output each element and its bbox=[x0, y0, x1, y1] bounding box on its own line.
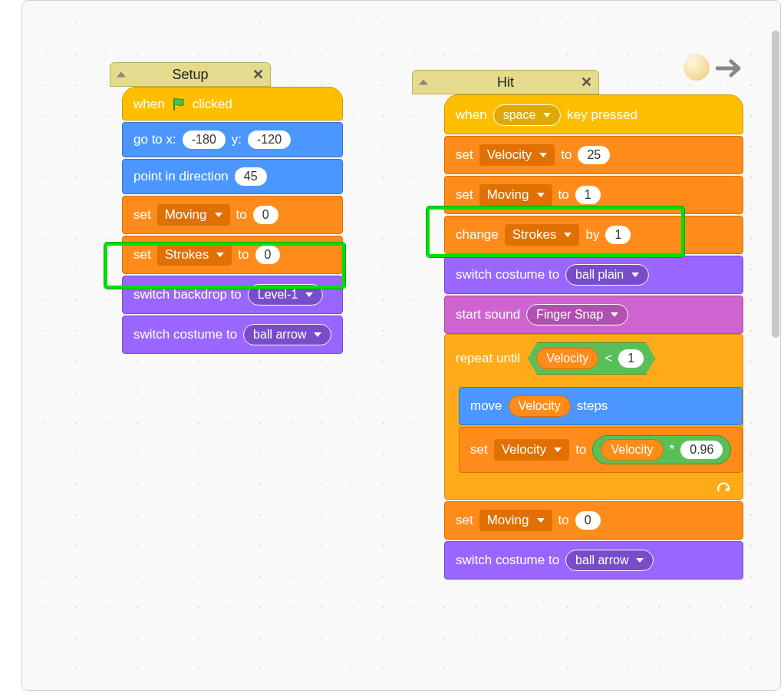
label: when bbox=[133, 97, 165, 112]
label: switch costume to bbox=[133, 327, 237, 342]
set-velocity-block[interactable]: set Velocity to 25 bbox=[444, 136, 743, 174]
sprite-thumbnail[interactable] bbox=[684, 55, 710, 81]
label: when bbox=[456, 107, 487, 123]
velocity-reporter[interactable]: Velocity bbox=[509, 395, 571, 417]
scrollbar[interactable] bbox=[772, 31, 779, 338]
green-flag-icon bbox=[171, 97, 186, 112]
switch-costume-block[interactable]: switch costume to ball arrow bbox=[122, 315, 343, 354]
label: steps bbox=[577, 398, 608, 414]
goto-xy-block[interactable]: go to x: -180 y: -120 bbox=[122, 122, 343, 157]
label: to bbox=[558, 513, 569, 528]
variable-dropdown[interactable]: Strokes bbox=[505, 224, 580, 246]
set-moving-block[interactable]: set Moving to 1 bbox=[444, 176, 743, 214]
comment-title: Hit bbox=[497, 74, 514, 91]
label: to bbox=[558, 187, 569, 203]
comment-collapse-icon[interactable] bbox=[419, 80, 428, 85]
switch-costume-block-2[interactable]: switch costume to ball arrow bbox=[444, 541, 743, 580]
x-input[interactable]: -180 bbox=[183, 130, 226, 149]
label: repeat until bbox=[456, 351, 520, 366]
label: set bbox=[133, 247, 151, 263]
label: to bbox=[561, 147, 572, 163]
loop-arrow-icon bbox=[716, 482, 732, 494]
label: by bbox=[585, 227, 599, 243]
when-flag-clicked-block[interactable]: when clicked bbox=[122, 87, 343, 121]
when-key-pressed-block[interactable]: when space key pressed bbox=[444, 94, 743, 134]
operator-symbol: < bbox=[604, 351, 612, 366]
label: move bbox=[470, 398, 502, 414]
sound-dropdown[interactable]: Finger Snap bbox=[526, 304, 628, 325]
comment-collapse-icon[interactable] bbox=[117, 72, 126, 78]
label: y: bbox=[232, 132, 242, 147]
variable-dropdown[interactable]: Velocity bbox=[494, 439, 570, 461]
label: key pressed bbox=[567, 107, 637, 123]
variable-dropdown[interactable]: Moving bbox=[157, 204, 230, 226]
repeat-until-block[interactable]: repeat until Velocity < 1 move Velocity … bbox=[444, 334, 743, 500]
label: to bbox=[575, 442, 586, 458]
label: switch backdrop to bbox=[133, 287, 242, 302]
label: to bbox=[236, 207, 247, 223]
comment-close-icon[interactable]: ✕ bbox=[581, 74, 592, 91]
comment-setup[interactable]: Setup ✕ bbox=[110, 62, 271, 87]
comment-close-icon[interactable]: ✕ bbox=[252, 66, 264, 83]
value-input[interactable]: 0 bbox=[255, 246, 281, 264]
key-dropdown[interactable]: space bbox=[493, 104, 562, 126]
label: go to x: bbox=[133, 132, 176, 147]
label: to bbox=[238, 247, 249, 263]
label: clicked bbox=[193, 97, 232, 112]
switch-costume-block[interactable]: switch costume to ball plain bbox=[444, 256, 743, 294]
set-strokes-block[interactable]: set Strokes to 0 bbox=[122, 236, 343, 274]
stack-setup[interactable]: when clicked go to x: -180 y: -120 point… bbox=[122, 87, 343, 354]
comment-hit[interactable]: Hit ✕ bbox=[412, 70, 599, 94]
start-sound-block[interactable]: start sound Finger Snap bbox=[444, 296, 743, 334]
label: start sound bbox=[456, 307, 520, 322]
velocity-reporter[interactable]: Velocity bbox=[536, 348, 598, 369]
variable-dropdown[interactable]: Moving bbox=[479, 184, 552, 206]
next-arrow-icon[interactable] bbox=[716, 58, 743, 79]
label: change bbox=[456, 227, 499, 243]
value-input[interactable]: 1 bbox=[605, 226, 631, 244]
costume-dropdown[interactable]: ball plain bbox=[565, 264, 649, 286]
script-canvas[interactable]: Setup ✕ when clicked go to x: -180 y: -1… bbox=[21, 0, 781, 691]
switch-backdrop-block[interactable]: switch backdrop to Level-1 bbox=[122, 276, 343, 314]
costume-dropdown[interactable]: ball arrow bbox=[243, 324, 331, 345]
less-than-operator[interactable]: Velocity < 1 bbox=[528, 342, 655, 375]
variable-dropdown[interactable]: Moving bbox=[479, 510, 552, 531]
variable-dropdown[interactable]: Velocity bbox=[479, 144, 555, 166]
variable-dropdown[interactable]: Strokes bbox=[157, 244, 232, 266]
move-steps-block[interactable]: move Velocity steps bbox=[459, 387, 743, 425]
label: set bbox=[456, 147, 473, 163]
value-input[interactable]: 1 bbox=[618, 349, 644, 368]
value-input[interactable]: 0.96 bbox=[680, 441, 723, 459]
y-input[interactable]: -120 bbox=[248, 130, 291, 149]
velocity-reporter[interactable]: Velocity bbox=[601, 439, 663, 461]
value-input[interactable]: 0 bbox=[253, 206, 278, 224]
point-direction-block[interactable]: point in direction 45 bbox=[122, 159, 343, 194]
multiply-operator[interactable]: Velocity * 0.96 bbox=[592, 435, 731, 464]
label: set bbox=[470, 442, 488, 458]
label: set bbox=[456, 513, 473, 528]
value-input[interactable]: 1 bbox=[575, 186, 601, 204]
comment-title: Setup bbox=[172, 67, 208, 83]
set-moving-block[interactable]: set Moving to 0 bbox=[122, 196, 343, 234]
direction-input[interactable]: 45 bbox=[235, 167, 267, 186]
value-input[interactable]: 0 bbox=[575, 511, 601, 530]
label: switch costume to bbox=[456, 553, 559, 568]
label: point in direction bbox=[133, 169, 229, 184]
set-velocity-mul-block[interactable]: set Velocity to Velocity * 0.96 bbox=[459, 427, 743, 473]
value-input[interactable]: 25 bbox=[578, 146, 610, 164]
stack-hit[interactable]: when space key pressed set Velocity to 2… bbox=[444, 94, 743, 580]
label: set bbox=[133, 207, 151, 223]
backdrop-dropdown[interactable]: Level-1 bbox=[248, 284, 323, 306]
set-moving-block-2[interactable]: set Moving to 0 bbox=[444, 501, 743, 540]
operator-symbol: * bbox=[670, 442, 675, 458]
label: set bbox=[456, 187, 473, 203]
change-strokes-block[interactable]: change Strokes by 1 bbox=[444, 216, 743, 254]
costume-dropdown[interactable]: ball arrow bbox=[565, 550, 654, 571]
label: switch costume to bbox=[456, 267, 559, 282]
